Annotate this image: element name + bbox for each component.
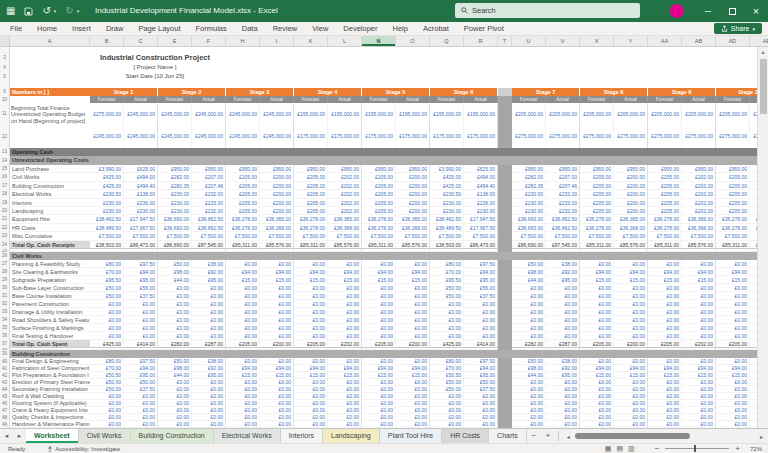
cell[interactable]: £7,500.00 bbox=[158, 232, 192, 240]
cell[interactable]: £0.00 bbox=[226, 292, 260, 300]
cell[interactable]: £230.00 bbox=[90, 199, 124, 207]
row-number[interactable]: 4 bbox=[0, 63, 10, 72]
cell[interactable]: £38,503.00 bbox=[430, 241, 464, 249]
cell[interactable]: £175,000.00 bbox=[328, 125, 362, 148]
column-header-AD[interactable]: AD bbox=[716, 36, 750, 46]
cell[interactable]: £95.00 bbox=[192, 276, 226, 284]
cell[interactable]: £38,462.50 bbox=[430, 215, 464, 223]
cell[interactable]: £0.00 bbox=[682, 324, 716, 332]
cell[interactable]: £0.00 bbox=[124, 324, 158, 332]
cell[interactable]: £205.00 bbox=[580, 340, 614, 348]
forecast-actual-cell[interactable]: Forecast bbox=[226, 96, 260, 103]
separator-cell[interactable] bbox=[498, 300, 512, 308]
cell[interactable]: £7,500.00 bbox=[396, 232, 430, 240]
cell[interactable]: £15.00 bbox=[682, 276, 716, 284]
separator-cell[interactable] bbox=[498, 365, 512, 372]
cell[interactable]: £50.00 bbox=[90, 292, 124, 300]
cell[interactable]: £200.00 bbox=[614, 182, 648, 190]
new-sheet-button[interactable]: + bbox=[541, 429, 555, 443]
cell[interactable]: £950.00 bbox=[512, 165, 546, 173]
stage-header-cell[interactable]: Stage 9 bbox=[648, 88, 716, 96]
minimize-button[interactable]: ─ bbox=[696, 0, 720, 22]
cell[interactable]: £15.00 bbox=[614, 276, 648, 284]
cell[interactable]: £15.00 bbox=[328, 372, 362, 379]
row-number[interactable]: 44 bbox=[0, 386, 10, 393]
cell[interactable]: £0.00 bbox=[294, 324, 328, 332]
cell[interactable]: £0.00 bbox=[362, 400, 396, 407]
cell[interactable]: £85,576.00 bbox=[260, 241, 294, 249]
cell[interactable]: £0.00 bbox=[328, 421, 362, 428]
cell[interactable]: £200.00 bbox=[396, 173, 430, 181]
cell[interactable]: £0.00 bbox=[328, 300, 362, 308]
cell[interactable]: £0.00 bbox=[614, 358, 648, 365]
tab-minus-icon[interactable]: − bbox=[527, 429, 541, 443]
column-header-N[interactable]: N bbox=[362, 36, 396, 46]
cell[interactable]: £0.00 bbox=[682, 386, 716, 393]
cell[interactable]: £202.00 bbox=[682, 340, 716, 348]
cell[interactable]: £282.00 bbox=[512, 173, 546, 181]
forecast-actual-cell[interactable]: Forecast bbox=[90, 96, 124, 103]
cell[interactable]: £0.00 bbox=[430, 300, 464, 308]
sheet-tab-plant-tool-hire[interactable]: Plant Tool Hire bbox=[380, 429, 442, 443]
cell[interactable]: £0.00 bbox=[226, 260, 260, 268]
cell[interactable]: £0.00 bbox=[546, 300, 580, 308]
cell[interactable]: £282.00 bbox=[158, 340, 192, 348]
cell[interactable]: £0.00 bbox=[614, 414, 648, 421]
separator-cell[interactable] bbox=[498, 241, 512, 249]
zoom-out-button[interactable]: − bbox=[655, 444, 660, 453]
cell[interactable]: £3,990.00 bbox=[430, 165, 464, 173]
forecast-actual-cell[interactable]: Forecast bbox=[580, 96, 614, 103]
row-number[interactable]: 29 bbox=[0, 276, 10, 284]
forecast-actual-cell[interactable]: Actual bbox=[192, 96, 226, 103]
cell[interactable]: £0.00 bbox=[546, 332, 580, 340]
cell[interactable]: £205.00 bbox=[716, 182, 750, 190]
cell[interactable]: £0.00 bbox=[158, 393, 192, 400]
cell[interactable]: £0.00 bbox=[396, 260, 430, 268]
cell[interactable]: £0.00 bbox=[294, 292, 328, 300]
separator-cell[interactable] bbox=[498, 358, 512, 365]
separator-cell[interactable] bbox=[498, 88, 512, 96]
cell[interactable]: £0.00 bbox=[158, 400, 192, 407]
row-number[interactable]: 15 bbox=[0, 165, 10, 173]
stage-header-cell[interactable]: Stage 6 bbox=[430, 88, 498, 96]
cell[interactable]: £0.00 bbox=[260, 292, 294, 300]
cell[interactable]: £202.00 bbox=[682, 199, 716, 207]
cell[interactable]: £0.00 bbox=[124, 300, 158, 308]
cell[interactable]: £0.00 bbox=[580, 407, 614, 414]
forecast-actual-cell[interactable]: Forecast bbox=[648, 96, 682, 103]
row-number[interactable]: 9 bbox=[0, 88, 10, 96]
cell[interactable]: £275,000.00 bbox=[90, 103, 124, 125]
cell[interactable]: £205.00 bbox=[294, 340, 328, 348]
cell[interactable]: £232.00 bbox=[192, 190, 226, 198]
cell[interactable]: £245,000.00 bbox=[192, 125, 226, 148]
cell[interactable]: £94.00 bbox=[328, 268, 362, 276]
cell[interactable]: £230.00 bbox=[512, 207, 546, 215]
cell[interactable]: £0.00 bbox=[716, 308, 750, 316]
separator-cell[interactable] bbox=[498, 284, 512, 292]
cell[interactable]: £625.00 bbox=[464, 165, 498, 173]
cell[interactable]: £0.00 bbox=[512, 292, 546, 300]
cell[interactable]: £202.00 bbox=[682, 207, 716, 215]
cell[interactable]: £205.00 bbox=[580, 182, 614, 190]
cell[interactable]: £950.00 bbox=[362, 165, 396, 173]
row-number[interactable]: 42 bbox=[0, 372, 10, 379]
cell[interactable]: £95.50 bbox=[90, 276, 124, 284]
cell[interactable]: £200.00 bbox=[396, 182, 430, 190]
separator-cell[interactable] bbox=[498, 260, 512, 268]
cell[interactable]: £56.00 bbox=[124, 284, 158, 292]
ribbon-tab-formulas[interactable]: Formulas bbox=[196, 24, 227, 33]
cell[interactable]: £207.00 bbox=[192, 173, 226, 181]
stage-header-cell[interactable]: Stage 1 bbox=[90, 88, 158, 96]
cell[interactable]: £205,000.00 bbox=[614, 103, 648, 125]
cell[interactable]: £44.00 bbox=[158, 372, 192, 379]
separator-cell[interactable] bbox=[498, 165, 512, 173]
cell[interactable]: £0.00 bbox=[226, 414, 260, 421]
cell[interactable]: £205,000.00 bbox=[648, 103, 682, 125]
cell[interactable]: £205.00 bbox=[580, 207, 614, 215]
cell[interactable]: £0.00 bbox=[226, 421, 260, 428]
row-number[interactable]: 49 bbox=[0, 421, 10, 428]
cell[interactable]: £0.00 bbox=[430, 414, 464, 421]
cell[interactable]: £0.00 bbox=[192, 308, 226, 316]
cell[interactable]: £0.00 bbox=[192, 292, 226, 300]
cell[interactable]: £205.00 bbox=[580, 199, 614, 207]
